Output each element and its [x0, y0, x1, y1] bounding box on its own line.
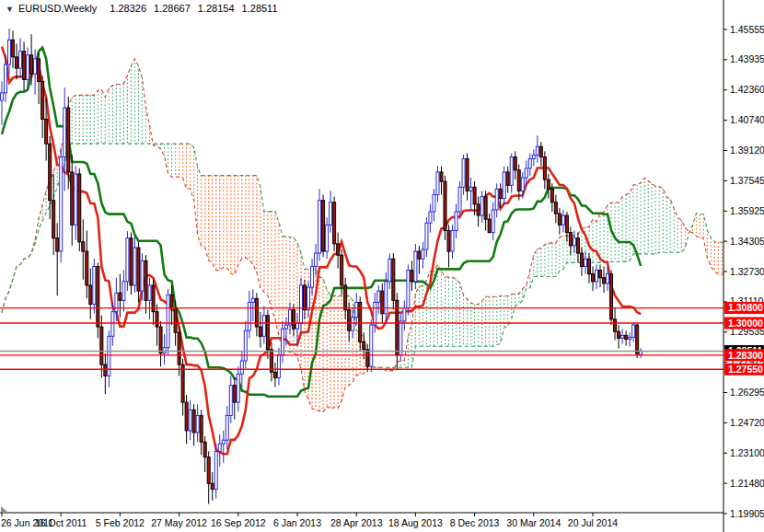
- candle-body: [629, 337, 631, 339]
- candle-body: [348, 310, 351, 331]
- candle-body: [514, 157, 516, 170]
- candle-body: [38, 59, 41, 82]
- candle-body: [52, 201, 55, 238]
- candle-body: [440, 172, 443, 181]
- candle-body: [122, 282, 125, 301]
- y-tick-label: 1.32730: [730, 266, 764, 277]
- x-tick-label: 16 Sep 2012: [211, 517, 266, 528]
- candle-body: [539, 146, 542, 156]
- candle-body: [56, 238, 59, 251]
- candle-body: [554, 202, 557, 214]
- candle-body: [636, 325, 639, 353]
- candle-body: [565, 215, 568, 232]
- title-close: 1.28511: [242, 3, 278, 14]
- candle-body: [495, 189, 498, 210]
- price-level-badge-label: 1.27550: [728, 364, 763, 375]
- y-tick-label: 1.23100: [730, 447, 764, 458]
- y-tick-label: 1.40740: [730, 114, 764, 125]
- candle-body: [525, 168, 527, 178]
- y-tick-label: 1.42360: [730, 84, 764, 95]
- candle-body: [385, 282, 388, 314]
- candle-body: [322, 201, 325, 251]
- candle-body: [352, 318, 354, 330]
- title-high: 1.28667: [154, 3, 191, 14]
- candle-body: [458, 187, 461, 212]
- candle-body: [49, 144, 52, 201]
- candle-body: [156, 312, 158, 327]
- candle-body: [477, 204, 480, 215]
- candle-body: [218, 444, 221, 451]
- y-tick-label: 1.24720: [730, 417, 764, 428]
- candle-body: [248, 302, 250, 330]
- candle-body: [344, 285, 347, 310]
- candle-body: [403, 308, 406, 321]
- x-tick-label: 18 Aug 2013: [388, 517, 443, 528]
- candle-body: [45, 120, 48, 145]
- candle-body: [284, 325, 287, 329]
- candle-body: [510, 157, 513, 186]
- candle-body: [381, 291, 384, 314]
- candle-body: [492, 210, 494, 233]
- candle-body: [181, 364, 184, 402]
- candle-body: [396, 300, 399, 354]
- candle-body: [536, 146, 538, 155]
- price-level-badge-label: 1.30000: [728, 318, 763, 329]
- candle-body: [625, 335, 628, 339]
- candle-body: [292, 310, 295, 330]
- candle-body: [528, 159, 531, 168]
- candle-body: [244, 330, 247, 361]
- candle-body: [108, 336, 110, 376]
- y-tick-label: 1.34305: [730, 236, 764, 247]
- candle-body: [480, 197, 483, 216]
- candle-body: [484, 197, 487, 220]
- candle-body: [133, 248, 136, 285]
- candle-body: [137, 248, 140, 291]
- candle-body: [429, 212, 432, 223]
- candle-body: [584, 259, 586, 266]
- candle-body: [300, 285, 303, 323]
- candle-body: [192, 410, 195, 433]
- candle-body: [517, 170, 520, 191]
- candle-body: [451, 231, 454, 252]
- symbol-dropdown-icon[interactable]: ▼: [6, 5, 14, 14]
- candle-body: [304, 285, 307, 310]
- x-tick-label: 5 Feb 2012: [96, 517, 145, 528]
- candle-body: [100, 327, 103, 364]
- candle-body: [277, 355, 280, 378]
- candle-body: [226, 415, 228, 440]
- candle-body: [311, 266, 314, 287]
- candle-body: [196, 415, 199, 432]
- candle-body: [60, 157, 63, 252]
- candle-body: [222, 440, 225, 444]
- candle-body: [203, 442, 206, 457]
- candle-body: [237, 374, 239, 402]
- candle-body: [377, 291, 380, 302]
- candle-body: [130, 238, 133, 285]
- candle-body: [392, 259, 395, 300]
- candle-body: [561, 215, 564, 225]
- candle-body: [119, 293, 122, 300]
- candle-body: [455, 212, 457, 231]
- candle-body: [145, 260, 147, 300]
- candle-body: [422, 249, 424, 259]
- chart-window: 1.455551.439351.423601.407401.391201.375…: [0, 0, 764, 532]
- price-level-badge-label: 1.28300: [728, 350, 763, 361]
- candle-body: [547, 179, 550, 189]
- x-tick-label: 28 Apr 2013: [330, 517, 383, 528]
- candle-body: [41, 81, 44, 119]
- x-tick-label: 20 Jul 2014: [568, 517, 618, 528]
- candle-body: [607, 274, 609, 283]
- candle-body: [355, 302, 358, 317]
- candle-body: [418, 251, 421, 259]
- candle-body: [167, 295, 169, 347]
- plot-area[interactable]: [0, 29, 725, 503]
- title-symbol: EURUSD,Weekly: [18, 3, 97, 14]
- candle-body: [610, 274, 613, 319]
- candle-body: [71, 172, 74, 225]
- candle-body: [207, 457, 210, 484]
- candle-body: [447, 231, 450, 252]
- candle-body: [126, 238, 129, 282]
- candle-body: [67, 108, 70, 172]
- chart-canvas[interactable]: 1.455551.439351.423601.407401.391201.375…: [0, 0, 764, 532]
- candle-body: [251, 298, 254, 302]
